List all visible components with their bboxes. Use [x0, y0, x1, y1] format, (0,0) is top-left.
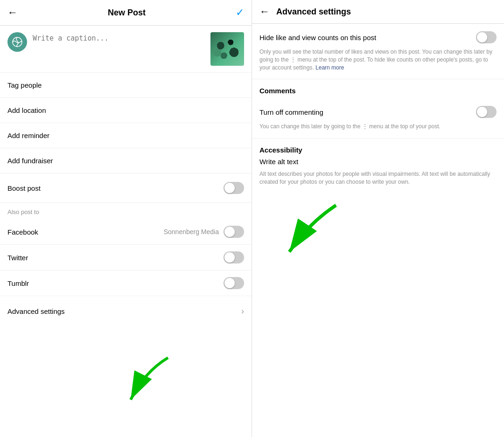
alt-text-section: Write alt text Alt text describes your p…	[252, 158, 504, 194]
boost-post-item[interactable]: Boost post	[0, 173, 252, 203]
turn-off-commenting-toggle[interactable]	[476, 106, 497, 118]
alt-text-desc: Alt text describes your photos for peopl…	[259, 170, 497, 186]
tag-people-item[interactable]: Tag people	[0, 73, 252, 98]
learn-more-link[interactable]: Learn more	[315, 64, 344, 71]
twitter-row[interactable]: Twitter	[0, 245, 252, 271]
tumblr-label: Tumblr	[7, 279, 29, 287]
tag-people-label: Tag people	[7, 81, 42, 89]
write-alt-text-label: Write alt text	[259, 158, 497, 166]
facebook-label: Facebook	[7, 228, 38, 236]
turn-off-commenting-label: Turn off commenting	[259, 108, 476, 116]
caption-input[interactable]	[33, 32, 205, 59]
tumblr-row[interactable]: Tumblr	[0, 271, 252, 296]
add-location-item[interactable]: Add location	[0, 98, 252, 123]
chevron-right-icon: ›	[241, 306, 244, 316]
twitter-toggle[interactable]	[224, 251, 244, 264]
right-panel: ← Advanced settings Hide like and view c…	[252, 0, 504, 437]
right-header: ← Advanced settings	[252, 0, 504, 24]
boost-post-toggle[interactable]	[224, 182, 244, 194]
page-title: New Post	[108, 8, 146, 18]
turn-off-commenting-section: Turn off commenting You can change this …	[252, 98, 504, 139]
caption-area	[0, 26, 252, 73]
hide-counts-section: Hide like and view counts on this post O…	[252, 24, 504, 79]
facebook-row[interactable]: Facebook Sonnenberg Media	[0, 219, 252, 245]
post-thumbnail	[210, 32, 244, 66]
twitter-label: Twitter	[7, 254, 28, 262]
hide-counts-row: Hide like and view counts on this post	[259, 31, 497, 43]
left-header: ← New Post ✓	[0, 0, 252, 26]
facebook-right: Sonnenberg Media	[164, 226, 244, 238]
right-back-button[interactable]: ←	[259, 7, 270, 17]
green-arrow-right	[261, 201, 345, 261]
comments-heading: Comments	[252, 79, 504, 98]
left-panel: ← New Post ✓ Tag people Add location Add…	[0, 0, 252, 437]
add-fundraiser-item[interactable]: Add fundraiser	[0, 148, 252, 173]
facebook-value: Sonnenberg Media	[164, 228, 219, 236]
accessibility-heading: Accessibility	[252, 139, 504, 158]
add-location-label: Add location	[7, 106, 46, 114]
green-arrow-left	[107, 353, 173, 409]
hide-counts-toggle[interactable]	[476, 31, 497, 43]
back-button[interactable]: ←	[7, 7, 18, 18]
turn-off-commenting-desc: You can change this later by going to th…	[259, 123, 497, 131]
facebook-toggle[interactable]	[224, 226, 244, 238]
advanced-settings-label: Advanced settings	[7, 307, 65, 315]
boost-post-label: Boost post	[7, 184, 41, 192]
right-page-title: Advanced settings	[276, 7, 351, 17]
turn-off-commenting-row: Turn off commenting	[259, 106, 497, 118]
add-reminder-item[interactable]: Add reminder	[0, 123, 252, 148]
advanced-settings-item[interactable]: Advanced settings ›	[0, 298, 252, 325]
hide-counts-desc: Only you will see the total number of li…	[259, 48, 497, 71]
add-fundraiser-label: Add fundraiser	[7, 157, 53, 165]
avatar	[7, 32, 27, 52]
tumblr-toggle[interactable]	[224, 277, 244, 289]
confirm-button[interactable]: ✓	[236, 7, 244, 19]
add-reminder-label: Add reminder	[7, 132, 49, 139]
also-post-section: Also post to	[0, 203, 252, 219]
hide-counts-label: Hide like and view counts on this post	[259, 34, 476, 42]
